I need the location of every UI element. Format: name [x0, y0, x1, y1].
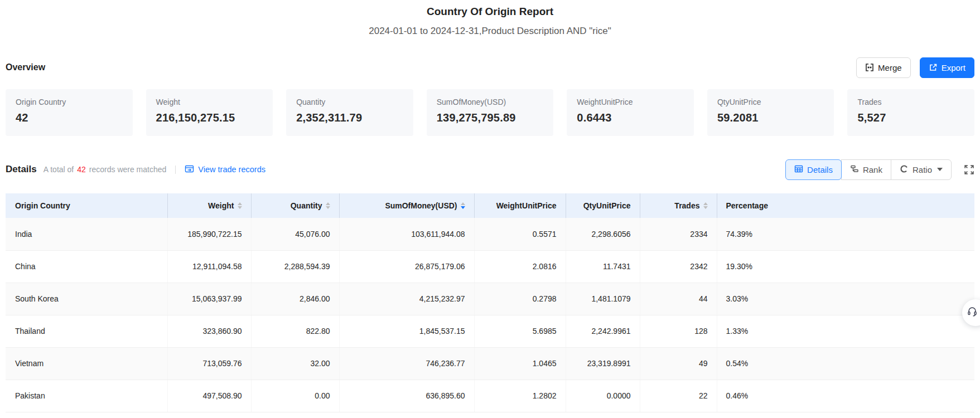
column-header-trades[interactable]: Trades [640, 193, 717, 218]
stat-card-value: 5,527 [857, 111, 964, 124]
stat-card-value: 216,150,275.15 [156, 111, 263, 124]
stat-card-label: QtyUnitPrice [717, 98, 824, 106]
view-trade-records-link[interactable]: View trade records [185, 164, 265, 175]
table-body: India 185,990,722.15 45,076.00 103,611,9… [6, 218, 974, 412]
matched-records-text: A total of 42 records were matched [44, 165, 167, 174]
cell-quantity: 45,076.00 [251, 218, 339, 250]
cell-sum-of-money: 26,875,179.06 [339, 250, 474, 283]
vertical-divider [175, 166, 176, 174]
table-row: Vietnam 713,059.76 32.00 746,236.77 1.04… [6, 347, 974, 380]
cell-origin-country: Thailand [6, 315, 167, 347]
table-row: South Korea 15,063,937.99 2,846.00 4,215… [6, 283, 974, 315]
table-header: Origin Country Weight Quantity [6, 193, 974, 218]
cell-trades: 128 [640, 315, 717, 347]
cell-quantity: 0.00 [251, 380, 339, 412]
tab-rank-label: Rank [863, 165, 882, 174]
fullscreen-expand-icon[interactable] [964, 164, 974, 175]
stat-card: Trades 5,527 [847, 89, 974, 136]
table-row: Pakistan 497,508.90 0.00 636,895.60 1.28… [6, 380, 974, 412]
details-section-title: Details [6, 164, 37, 175]
overview-section-title: Overview [6, 62, 45, 72]
cell-weight-unit-price: 0.5571 [474, 218, 566, 250]
page-title: Country Of Origin Report [6, 6, 974, 18]
cell-sum-of-money: 4,215,232.97 [339, 283, 474, 315]
cell-percentage: 3.03% [717, 283, 974, 315]
column-label: WeightUnitPrice [496, 201, 557, 210]
cell-weight: 12,911,094.58 [167, 250, 251, 283]
cell-weight: 323,860.90 [167, 315, 251, 347]
cell-origin-country: Vietnam [6, 347, 167, 380]
stat-card-value: 42 [16, 111, 123, 124]
tab-details[interactable]: Details [785, 159, 842, 180]
cell-weight: 713,059.76 [167, 347, 251, 380]
stat-card-label: Origin Country [16, 98, 123, 106]
cell-trades: 2334 [640, 218, 717, 250]
cell-weight-unit-price: 5.6985 [474, 315, 566, 347]
toolbar-buttons: Merge Export [856, 57, 974, 78]
report-filter-subtitle: 2024-01-01 to 2024-12-31,Product Descrip… [6, 26, 974, 37]
cell-trades: 44 [640, 283, 717, 315]
column-header-qty-unit-price: QtyUnitPrice [566, 193, 640, 218]
stat-card: SumOfMoney(USD) 139,275,795.89 [427, 89, 554, 136]
cell-weight-unit-price: 1.0465 [474, 347, 566, 380]
column-header-weight-unit-price: WeightUnitPrice [474, 193, 566, 218]
cell-qty-unit-price: 1,481.1079 [566, 283, 640, 315]
overview-toolbar: Overview Merge [6, 57, 974, 78]
cell-qty-unit-price: 0.0000 [566, 380, 640, 412]
cell-percentage: 0.46% [717, 380, 974, 412]
cell-weight: 185,990,722.15 [167, 218, 251, 250]
sort-icon [238, 202, 242, 209]
column-header-sum-of-money[interactable]: SumOfMoney(USD) [339, 193, 474, 218]
column-header-origin-country: Origin Country [6, 193, 167, 218]
stat-card-label: Trades [857, 98, 964, 106]
view-trade-records-label: View trade records [198, 165, 265, 174]
matched-count: 42 [77, 165, 86, 174]
cell-weight: 15,063,937.99 [167, 283, 251, 315]
stat-card: Weight 216,150,275.15 [146, 89, 273, 136]
cell-trades: 49 [640, 347, 717, 380]
cell-quantity: 32.00 [251, 347, 339, 380]
stat-card-label: WeightUnitPrice [577, 98, 684, 106]
stat-card-value: 139,275,795.89 [437, 111, 544, 124]
tab-ratio[interactable]: Ratio [891, 159, 952, 180]
sort-icon-descending-active [461, 202, 465, 209]
sort-icon [703, 202, 708, 209]
cell-origin-country: South Korea [6, 283, 167, 315]
details-table: Origin Country Weight Quantity [6, 193, 974, 412]
cell-weight-unit-price: 1.2802 [474, 380, 566, 412]
sort-icon [326, 202, 330, 209]
column-header-weight[interactable]: Weight [167, 193, 251, 218]
matched-prefix: A total of [44, 165, 74, 174]
tab-rank[interactable]: Rank [841, 159, 891, 180]
cell-percentage: 19.30% [717, 250, 974, 283]
table-grid-icon [794, 164, 803, 175]
cell-weight: 497,508.90 [167, 380, 251, 412]
merge-icon [865, 63, 874, 72]
overview-stat-cards: Origin Country 42 Weight 216,150,275.15 … [6, 89, 974, 136]
export-button-label: Export [942, 63, 965, 72]
cell-sum-of-money: 1,845,537.15 [339, 315, 474, 347]
view-switcher: Details Rank [785, 159, 974, 180]
stat-card-value: 2,352,311.79 [296, 111, 403, 124]
stat-card: Origin Country 42 [6, 89, 133, 136]
cell-trades: 2342 [640, 250, 717, 283]
column-label: Trades [674, 201, 699, 210]
tab-details-label: Details [807, 165, 833, 174]
cell-quantity: 2,288,594.39 [251, 250, 339, 283]
details-summary: Details A total of 42 records were match… [6, 164, 265, 175]
cell-qty-unit-price: 2,242.9961 [566, 315, 640, 347]
stat-card-value: 59.2081 [717, 111, 824, 124]
cell-quantity: 822.80 [251, 315, 339, 347]
report-page: Country Of Origin Report 2024-01-01 to 2… [0, 6, 980, 412]
cell-percentage: 74.39% [717, 218, 974, 250]
column-label: Percentage [726, 201, 768, 210]
column-label: QtyUnitPrice [583, 201, 631, 210]
stat-card-value: 0.6443 [577, 111, 684, 124]
merge-button[interactable]: Merge [856, 57, 911, 78]
cell-percentage: 1.33% [717, 315, 974, 347]
column-label: Weight [208, 201, 234, 210]
export-button[interactable]: Export [920, 57, 974, 78]
merge-button-label: Merge [878, 63, 902, 72]
cell-sum-of-money: 103,611,944.08 [339, 218, 474, 250]
column-header-quantity[interactable]: Quantity [251, 193, 339, 218]
